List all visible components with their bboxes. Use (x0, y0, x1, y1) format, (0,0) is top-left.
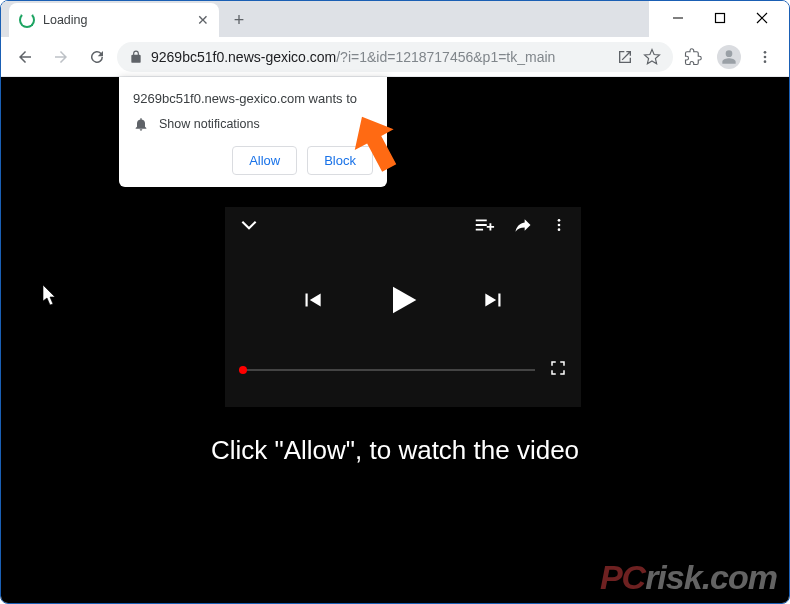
url-path: /?i=1&id=1218717456&p1=tk_main (336, 49, 555, 65)
window-maximize-button[interactable] (699, 4, 741, 32)
reload-button[interactable] (81, 41, 113, 73)
svg-point-6 (558, 224, 561, 227)
share-forward-icon[interactable] (513, 215, 533, 239)
progress-handle[interactable] (239, 366, 247, 374)
svg-point-4 (764, 60, 767, 63)
address-bar[interactable]: 9269bc51f0.news-gexico.com/?i=1&id=12187… (117, 42, 673, 72)
watermark: PCrisk.com (600, 558, 777, 597)
notification-permission-row: Show notifications (133, 116, 373, 132)
share-icon[interactable] (617, 49, 633, 65)
loading-spinner-icon (19, 12, 35, 28)
svg-point-2 (764, 51, 767, 54)
svg-rect-1 (716, 14, 725, 23)
collapse-icon[interactable] (239, 215, 259, 239)
tab-close-button[interactable]: ✕ (197, 12, 209, 28)
notification-prompt: 9269bc51f0.news-gexico.com wants to Show… (119, 77, 387, 187)
watermark-prefix: PC (600, 558, 645, 596)
next-track-icon[interactable] (481, 287, 507, 317)
browser-tab[interactable]: Loading ✕ (9, 3, 219, 37)
browser-toolbar: 9269bc51f0.news-gexico.com/?i=1&id=12187… (1, 37, 789, 77)
page-instruction-text: Click "Allow", to watch the video (1, 435, 789, 466)
url-text: 9269bc51f0.news-gexico.com/?i=1&id=12187… (151, 49, 555, 65)
play-icon[interactable] (383, 280, 423, 324)
svg-point-5 (558, 219, 561, 222)
profile-avatar[interactable] (713, 41, 745, 73)
queue-add-icon[interactable] (473, 214, 495, 240)
svg-point-3 (764, 55, 767, 58)
previous-track-icon[interactable] (299, 287, 325, 317)
notification-origin-text: 9269bc51f0.news-gexico.com wants to (133, 91, 373, 106)
forward-button[interactable] (45, 41, 77, 73)
bell-icon (133, 116, 149, 132)
fullscreen-icon[interactable] (549, 359, 567, 381)
tab-strip: Loading ✕ + (1, 1, 649, 37)
new-tab-button[interactable]: + (225, 6, 253, 34)
back-button[interactable] (9, 41, 41, 73)
tab-title: Loading (43, 13, 88, 27)
annotation-arrow-icon (349, 113, 405, 177)
notification-permission-label: Show notifications (159, 117, 260, 131)
browser-menu-button[interactable] (749, 41, 781, 73)
window-close-button[interactable] (741, 4, 783, 32)
extensions-button[interactable] (677, 41, 709, 73)
svg-point-7 (558, 228, 561, 231)
watermark-rest: risk.com (645, 558, 777, 596)
player-more-icon[interactable] (551, 217, 567, 237)
window-minimize-button[interactable] (657, 4, 699, 32)
url-host: 9269bc51f0.news-gexico.com (151, 49, 336, 65)
video-player (225, 207, 581, 407)
lock-icon (129, 50, 143, 64)
mouse-cursor-icon (43, 285, 59, 311)
browser-window: Loading ✕ + 9269bc5 (0, 0, 790, 604)
page-content: 9269bc51f0.news-gexico.com wants to Show… (1, 77, 789, 603)
bookmark-star-icon[interactable] (643, 48, 661, 66)
progress-bar[interactable] (239, 369, 535, 371)
avatar-icon (717, 45, 741, 69)
allow-button[interactable]: Allow (232, 146, 297, 175)
